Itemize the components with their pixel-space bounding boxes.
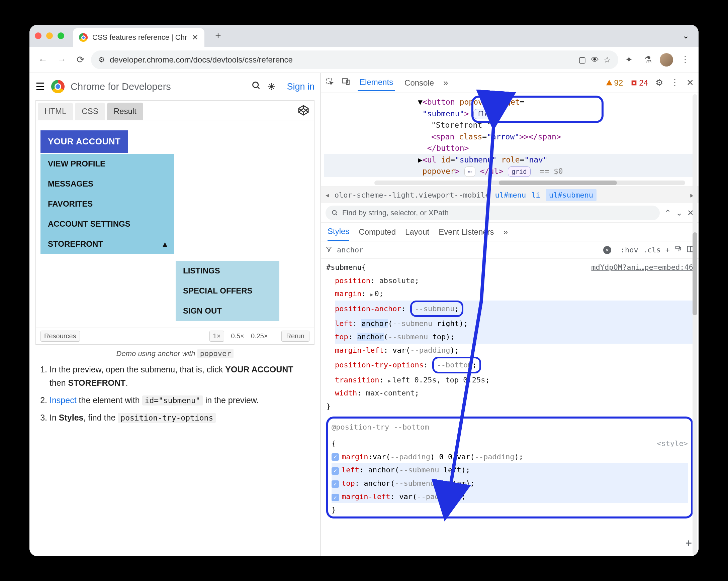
tab-list-button[interactable]: ⌄ [678, 31, 693, 40]
inspect-element-icon[interactable] [326, 77, 334, 88]
style-source-link[interactable]: <style> [657, 437, 688, 450]
site-settings-icon[interactable]: ⚙ [98, 55, 105, 64]
paint-icon[interactable] [674, 245, 682, 254]
hamburger-icon[interactable]: ☰ [35, 80, 45, 93]
reload-button[interactable]: ⟳ [72, 52, 88, 68]
filter-icon[interactable] [326, 246, 332, 254]
resources-button[interactable]: Resources [41, 331, 80, 342]
browser-window: CSS features reference | Chr ✕ + ⌄ ← → ⟳… [29, 25, 699, 556]
more-styles-tabs-icon[interactable]: » [503, 227, 508, 237]
tab-css[interactable]: CSS [75, 103, 105, 120]
annotation-highlight-bottom: --bottom; [432, 357, 481, 374]
codepen-preview: HTML CSS Result YOUR ACCOUNT VIEW PROFIL… [35, 100, 314, 345]
bookmark-star-icon[interactable]: ☆ [603, 55, 611, 64]
zoom-05x[interactable]: 0.5× [231, 332, 244, 340]
dom-tree[interactable]: ▼<button popovertarget= "submenu"> flex … [321, 93, 699, 187]
search-placeholder: Find by string, selector, or XPath [342, 209, 449, 217]
zoom-window-button[interactable] [57, 32, 64, 39]
menu-item-view-profile[interactable]: VIEW PROFILE [41, 154, 174, 174]
kebab-menu-icon[interactable]: ⋮ [671, 78, 679, 88]
close-devtools-icon[interactable]: ✕ [686, 78, 694, 88]
menu-item-sign-out[interactable]: SIGN OUT [176, 301, 279, 321]
menu-item-favorites[interactable]: FAVORITES [41, 194, 174, 214]
tab-computed[interactable]: Computed [359, 227, 396, 237]
search-prev-icon[interactable]: ⌃ [665, 208, 671, 218]
dom-horizontal-scrollbar[interactable] [374, 181, 685, 185]
browser-tab[interactable]: CSS features reference | Chr ✕ [73, 28, 204, 47]
clear-filter-icon[interactable]: ✕ [603, 246, 611, 254]
crumb-selected[interactable]: ul#submenu [546, 189, 597, 201]
svg-rect-7 [346, 80, 349, 85]
device-cast-icon[interactable]: ▢ [578, 55, 586, 64]
cls-toggle[interactable]: .cls [643, 246, 661, 254]
tab-result[interactable]: Result [107, 103, 143, 120]
check-icon[interactable]: ✓ [332, 480, 339, 488]
close-window-button[interactable] [35, 32, 42, 39]
labs-icon[interactable]: ⚗ [640, 52, 656, 68]
page-content: ☰ Chrome for Developers ☀ Sign in HTML C… [29, 73, 320, 556]
submenu-level2: LISTINGS SPECIAL OFFERS SIGN OUT [176, 261, 279, 321]
css-filter-input[interactable]: anchor [337, 246, 363, 254]
step-3: In Styles, find the position-try-options [50, 411, 310, 424]
tab-styles[interactable]: Styles [328, 227, 349, 241]
menu-item-listings[interactable]: LISTINGS [176, 261, 279, 281]
zoom-025x[interactable]: 0.25× [251, 332, 268, 340]
tab-console[interactable]: Console [402, 75, 436, 91]
breadcrumb[interactable]: ◀ olor-scheme--light.viewport--mobile ul… [321, 187, 699, 203]
source-link[interactable]: mdYdpOM?ani…pe=embed:46 [591, 261, 693, 274]
tab-event-listeners[interactable]: Event Listeners [439, 227, 494, 237]
extensions-icon[interactable]: ✦ [621, 52, 637, 68]
menu-icon[interactable]: ⋮ [677, 52, 693, 68]
tab-html[interactable]: HTML [38, 103, 73, 120]
back-button[interactable]: ← [35, 52, 51, 68]
svg-line-1 [258, 87, 260, 89]
css-rules[interactable]: #submenu { mdYdpOM?ani…pe=embed:46 posit… [321, 259, 699, 556]
preview-tabs: HTML CSS Result [36, 101, 314, 120]
menu-item-account-settings[interactable]: ACCOUNT SETTINGS [41, 214, 174, 234]
check-icon[interactable]: ✓ [332, 494, 339, 501]
grid-badge[interactable]: grid [508, 166, 530, 177]
zoom-1x[interactable]: 1× [209, 331, 225, 342]
styles-toolbar: anchor ✕ :hov .cls + [321, 241, 699, 259]
add-property-icon[interactable]: + [685, 533, 692, 553]
search-input[interactable]: Find by string, selector, or XPath [326, 205, 660, 220]
styles-tabs: Styles Computed Layout Event Listeners » [321, 223, 699, 241]
rerun-button[interactable]: Rerun [281, 331, 309, 342]
inspect-link[interactable]: Inspect [50, 395, 77, 405]
your-account-button[interactable]: YOUR ACCOUNT [41, 130, 128, 153]
menu-item-special-offers[interactable]: SPECIAL OFFERS [176, 281, 279, 301]
omnibox[interactable]: ⚙ developer.chrome.com/docs/devtools/css… [91, 51, 618, 69]
incognito-blocked-icon[interactable]: 👁 [591, 55, 599, 64]
devtools-top-bar: Elements Console » 92 24 ⚙ ⋮ ✕ [321, 73, 699, 93]
content-split: ☰ Chrome for Developers ☀ Sign in HTML C… [29, 73, 699, 556]
codepen-icon[interactable] [297, 104, 310, 117]
search-icon[interactable] [252, 81, 261, 92]
more-tabs-icon[interactable]: » [443, 78, 448, 88]
avatar[interactable] [658, 52, 674, 68]
device-toggle-icon[interactable] [342, 77, 350, 88]
caption-text: Demo using anchor with [116, 349, 198, 358]
hov-toggle[interactable]: :hov [621, 246, 638, 254]
crumb-prev-icon[interactable]: ◀ [326, 192, 329, 199]
svg-line-10 [336, 214, 337, 215]
new-tab-button[interactable]: + [215, 30, 221, 42]
menu-item-messages[interactable]: MESSAGES [41, 174, 174, 194]
settings-gear-icon[interactable]: ⚙ [655, 78, 663, 88]
theme-icon[interactable]: ☀ [267, 81, 276, 92]
devtools-scrollbar[interactable] [693, 94, 697, 555]
tab-layout[interactable]: Layout [405, 227, 429, 237]
preview-body: YOUR ACCOUNT VIEW PROFILE MESSAGES FAVOR… [36, 120, 314, 328]
search-next-icon[interactable]: ⌄ [676, 208, 682, 218]
warnings-count[interactable]: 92 [605, 78, 623, 88]
tab-elements[interactable]: Elements [358, 74, 395, 91]
menu-item-storefront[interactable]: STOREFRONT ▴ [41, 234, 174, 254]
check-icon[interactable]: ✓ [332, 453, 339, 461]
errors-count[interactable]: 24 [630, 78, 648, 88]
signin-link[interactable]: Sign in [287, 82, 314, 92]
close-tab-icon[interactable]: ✕ [192, 33, 199, 42]
new-rule-icon[interactable]: + [666, 246, 670, 254]
ellipsis-badge[interactable]: ⋯ [464, 166, 475, 177]
forward-button[interactable]: → [54, 52, 70, 68]
minimize-window-button[interactable] [46, 32, 53, 39]
check-icon[interactable]: ✓ [332, 467, 339, 475]
